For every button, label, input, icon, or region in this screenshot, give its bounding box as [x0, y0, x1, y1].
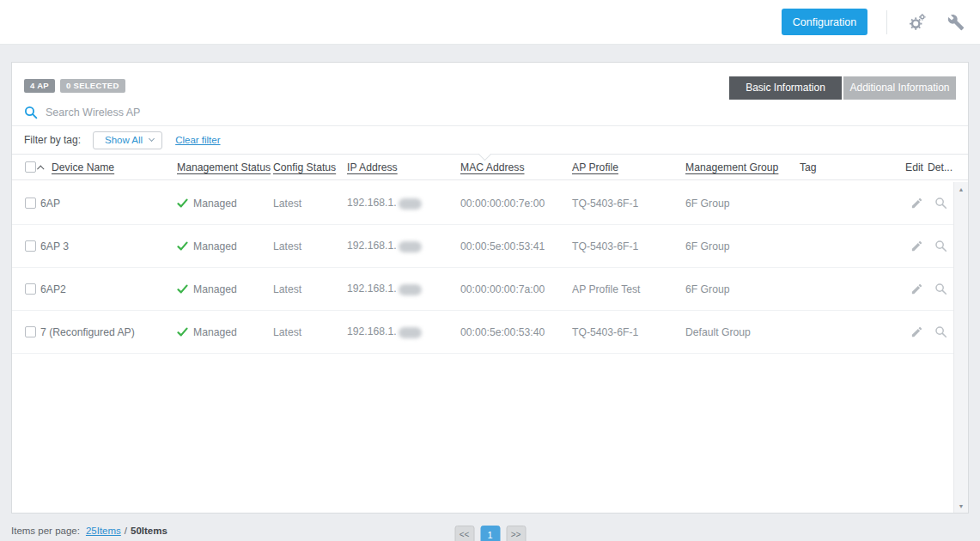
ip-address-cell: 192.168.1.: [347, 240, 460, 252]
table-body: 6AP Managed Latest 192.168.1. 00:00:00:0…: [12, 182, 968, 513]
ip-prefix: 192.168.1.: [347, 197, 397, 209]
top-bar: Configuration: [0, 0, 980, 45]
vertical-scrollbar[interactable]: ▲ ▼: [953, 182, 968, 513]
mac-address-cell: 00:00:5e:00:53:40: [460, 326, 572, 338]
header-device-name-label[interactable]: Device Name: [52, 161, 114, 173]
search-input[interactable]: [46, 106, 320, 119]
header-management-status-label[interactable]: Management Status: [177, 161, 271, 173]
row-select-cell: [25, 326, 39, 337]
configuration-button[interactable]: Configuration: [782, 9, 867, 35]
row-checkbox[interactable]: [25, 326, 36, 337]
ap-profile-cell: TQ-5403-6F-1: [572, 198, 685, 210]
managed-check-icon: [177, 283, 188, 295]
count-badges: 4 AP 0 SELECTED: [24, 76, 125, 93]
details-cell: [928, 325, 953, 338]
select-all-cell: [25, 161, 39, 173]
edit-pencil-icon[interactable]: [910, 325, 923, 338]
ip-redacted-blur: [399, 198, 422, 210]
device-name-cell: 7 (Reconfigured AP): [39, 326, 177, 338]
management-group-cell: 6F Group: [685, 283, 800, 295]
footer-separator: /: [125, 526, 127, 536]
header-config-status-label[interactable]: Config Status: [273, 161, 336, 173]
device-name-cell: 6AP2: [39, 283, 177, 295]
config-status-cell: Latest: [273, 240, 347, 252]
edit-cell: [905, 283, 928, 295]
config-status-cell: Latest: [273, 198, 347, 210]
row-checkbox[interactable]: [25, 240, 36, 252]
scroll-down-icon[interactable]: ▼: [954, 499, 968, 513]
header-config-status: Config Status: [273, 161, 347, 173]
header-ap-profile-label[interactable]: AP Profile: [572, 161, 618, 173]
tools-wrench-icon[interactable]: [947, 14, 965, 31]
row-checkbox[interactable]: [25, 198, 36, 209]
pagination: << 1 >>: [454, 526, 526, 541]
wrench-icon: [947, 14, 965, 31]
row-select-cell: [25, 240, 39, 252]
header-tag-label: Tag: [800, 161, 817, 173]
ip-address-cell: 192.168.1.: [347, 283, 460, 295]
tag-filter-dropdown[interactable]: Show All: [93, 131, 162, 149]
ip-address-cell: 192.168.1.: [347, 325, 460, 337]
managed-check-icon: [177, 326, 188, 337]
header-edit: Edit: [905, 161, 928, 173]
pagination-current-page[interactable]: 1: [480, 526, 500, 541]
details-magnifier-icon[interactable]: [934, 197, 947, 210]
selected-count-badge: 0 SELECTED: [60, 79, 125, 93]
pagination-next-button[interactable]: >>: [506, 526, 526, 541]
edit-cell: [905, 325, 928, 338]
details-magnifier-icon[interactable]: [934, 240, 947, 252]
panel-header: 4 AP 0 SELECTED Basic Information Additi…: [12, 63, 968, 99]
footer-bar: Items per page: 25Items / 50Items << 1 >…: [11, 520, 969, 541]
header-ap-profile: AP Profile: [572, 161, 685, 173]
select-all-checkbox[interactable]: [25, 161, 36, 173]
table-rows: 6AP Managed Latest 192.168.1. 00:00:00:0…: [12, 182, 968, 354]
edit-pencil-icon[interactable]: [910, 283, 923, 295]
management-status-label: Managed: [193, 326, 237, 338]
tab-additional-information[interactable]: Additional Information: [843, 76, 956, 100]
management-status-cell: Managed: [177, 240, 273, 252]
ip-redacted-blur: [399, 327, 422, 338]
table-row: 6AP Managed Latest 192.168.1. 00:00:00:0…: [12, 182, 953, 225]
page-size-link[interactable]: 25Items: [86, 526, 121, 536]
management-group-cell: 6F Group: [685, 198, 800, 210]
management-status-cell: Managed: [177, 198, 273, 210]
header-management-group-label[interactable]: Management Group: [685, 161, 778, 173]
items-per-page-label: Items per page:: [11, 526, 80, 536]
edit-cell: [905, 240, 928, 252]
clear-filter-link[interactable]: Clear filter: [175, 135, 220, 145]
search-bar: [12, 99, 968, 126]
config-status-cell: Latest: [273, 326, 347, 338]
header-ip-address-label[interactable]: IP Address: [347, 161, 398, 173]
details-magnifier-icon[interactable]: [934, 325, 947, 338]
management-status-label: Managed: [193, 198, 237, 210]
filter-by-tag-label: Filter by tag:: [24, 134, 81, 146]
tab-basic-information[interactable]: Basic Information: [729, 76, 842, 100]
header-management-status: Management Status: [177, 161, 273, 173]
details-cell: [928, 283, 953, 295]
header-mac-address: MAC Address: [460, 161, 572, 173]
header-details-label: Det...: [928, 161, 953, 173]
edit-pencil-icon[interactable]: [910, 197, 923, 210]
table-row: 7 (Reconfigured AP) Managed Latest 192.1…: [12, 311, 953, 354]
tag-filter-value: Show All: [105, 135, 143, 145]
header-mac-address-label[interactable]: MAC Address: [460, 161, 525, 173]
settings-gears-icon[interactable]: [908, 13, 927, 32]
row-checkbox[interactable]: [25, 283, 36, 295]
ip-redacted-blur: [399, 284, 422, 295]
sort-ascending-icon[interactable]: [37, 165, 44, 172]
chevron-down-icon: [149, 136, 155, 142]
ip-address-cell: 192.168.1.: [347, 197, 460, 209]
pagination-prev-button[interactable]: <<: [454, 526, 474, 541]
management-status-cell: Managed: [177, 283, 273, 295]
details-magnifier-icon[interactable]: [934, 283, 947, 295]
managed-check-icon: [177, 198, 188, 209]
header-device-name: Device Name: [39, 161, 177, 173]
edit-pencil-icon[interactable]: [910, 240, 923, 252]
header-details: Det...: [928, 161, 953, 173]
edit-cell: [905, 197, 928, 210]
management-group-cell: 6F Group: [685, 240, 800, 252]
info-tabs: Basic Information Additional Information: [729, 76, 956, 100]
device-name-cell: 6AP: [39, 198, 177, 210]
scroll-up-icon[interactable]: ▲: [954, 182, 968, 196]
ap-count-badge: 4 AP: [24, 79, 55, 93]
